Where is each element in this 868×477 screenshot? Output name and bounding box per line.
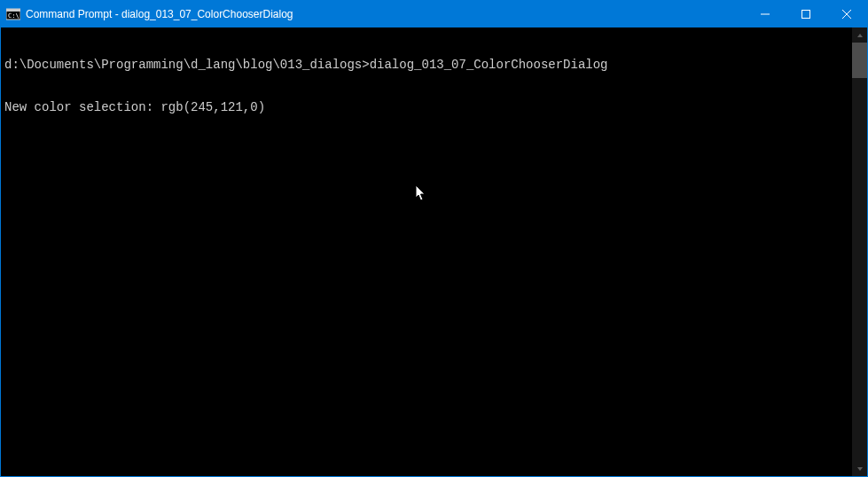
- terminal-line: New color selection: rgb(245,121,0): [4, 100, 848, 114]
- terminal-output[interactable]: d:\Documents\Programming\d_lang\blog\013…: [1, 27, 852, 476]
- maximize-button[interactable]: [786, 1, 826, 27]
- scroll-down-button[interactable]: [852, 461, 867, 476]
- window-controls: [745, 1, 867, 27]
- client-area: d:\Documents\Programming\d_lang\blog\013…: [1, 27, 867, 476]
- svg-text:C:\: C:\: [8, 12, 20, 20]
- cmd-icon: C:\: [6, 7, 20, 21]
- close-button[interactable]: [826, 1, 867, 27]
- scrollbar-thumb[interactable]: [852, 43, 867, 78]
- scrollbar-track[interactable]: [852, 43, 867, 461]
- svg-marker-8: [857, 467, 863, 471]
- svg-rect-4: [802, 11, 810, 19]
- terminal-line: d:\Documents\Programming\d_lang\blog\013…: [4, 58, 848, 72]
- window: C:\ Command Prompt - dialog_013_07_Color…: [0, 0, 868, 477]
- vertical-scrollbar[interactable]: [852, 27, 867, 476]
- minimize-button[interactable]: [745, 1, 786, 27]
- svg-marker-7: [857, 34, 863, 37]
- svg-rect-1: [6, 9, 20, 12]
- titlebar[interactable]: C:\ Command Prompt - dialog_013_07_Color…: [1, 1, 867, 27]
- window-title: Command Prompt - dialog_013_07_ColorChoo…: [26, 8, 745, 20]
- scroll-up-button[interactable]: [852, 27, 867, 43]
